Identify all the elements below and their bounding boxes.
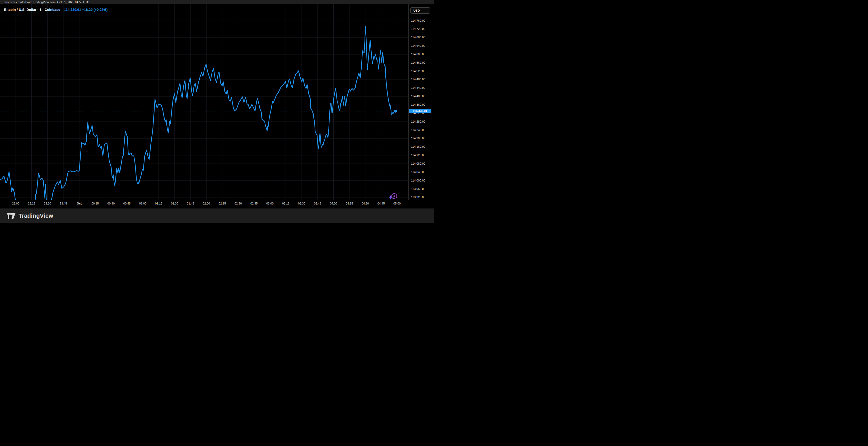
price-tick: 114,040.00 xyxy=(411,171,425,174)
time-tick: 23:45 xyxy=(60,202,67,205)
time-tick: 04:45 xyxy=(377,202,385,205)
time-tick: 23:15 xyxy=(28,202,35,205)
time-tick: 04:00 xyxy=(330,202,337,205)
price-tick: 114,120.00 xyxy=(411,153,425,157)
last-price-label: 114,330.01 xyxy=(409,109,431,113)
price-axis[interactable]: USD 114,760.00114,720.00114,680.00114,64… xyxy=(408,4,434,200)
tradingview-wordmark: TradingView xyxy=(19,212,53,219)
time-tick: 00:30 xyxy=(107,202,115,205)
price-tick: 114,440.00 xyxy=(411,86,425,89)
price-tick: 114,520.00 xyxy=(411,69,425,73)
price-tick: 114,680.00 xyxy=(411,36,425,39)
price-tick: 114,280.00 xyxy=(411,120,425,123)
symbol-title: Bitcoin / U.S. Dollar · 1 · Coinbase 114… xyxy=(4,7,107,12)
price-tick: 114,400.00 xyxy=(411,95,425,98)
price-tick: 114,560.00 xyxy=(411,61,425,64)
price-tick: 113,960.00 xyxy=(411,187,425,190)
time-tick: 23:00 xyxy=(12,202,20,205)
time-tick: 05:00 xyxy=(393,202,401,205)
time-tick: 04:30 xyxy=(362,202,369,205)
price-tick: 114,200.00 xyxy=(411,137,425,140)
price-tick: 114,360.00 xyxy=(411,103,425,106)
currency-button[interactable]: USD xyxy=(410,7,430,14)
price-tick: 114,080.00 xyxy=(411,162,425,165)
time-tick: 01:45 xyxy=(187,202,194,205)
price-tick: 114,240.00 xyxy=(411,128,425,131)
price-tick: 114,000.00 xyxy=(411,179,425,182)
time-tick: 02:15 xyxy=(219,202,226,205)
price-line-chart xyxy=(0,4,408,200)
footer-bar: TradingView xyxy=(0,208,434,223)
price-tick: 114,160.00 xyxy=(411,145,425,148)
tradingview-export-screenshot: owiebest created with TradingView.com, O… xyxy=(0,0,434,223)
tradingview-logo-icon xyxy=(7,212,16,219)
time-axis[interactable]: 23:0023:1523:3023:45Oct00:1500:3000:4501… xyxy=(0,200,434,209)
time-tick: 03:30 xyxy=(298,202,305,205)
symbol-quote: 114,330.01 +18.20 (+0.02%) xyxy=(64,8,108,11)
time-tick: 03:15 xyxy=(282,202,289,205)
time-tick: 23:30 xyxy=(44,202,51,205)
time-tick: 01:00 xyxy=(139,202,147,205)
price-tick: 114,480.00 xyxy=(411,78,425,81)
attribution-text: owiebest created with TradingView.com, O… xyxy=(0,1,89,4)
time-tick: 03:45 xyxy=(314,202,321,205)
time-tick: 02:45 xyxy=(250,202,258,205)
symbol-name: Bitcoin / U.S. Dollar · 1 · Coinbase xyxy=(4,8,60,11)
price-tick: 114,600.00 xyxy=(411,53,425,56)
price-tick: 113,920.00 xyxy=(411,196,425,199)
time-tick: 01:30 xyxy=(171,202,178,205)
time-tick: 00:15 xyxy=(91,202,99,205)
attribution-bar: owiebest created with TradingView.com, O… xyxy=(0,0,434,4)
price-tick: 114,760.00 xyxy=(411,19,425,22)
time-tick: Oct xyxy=(77,202,82,205)
price-tick: 114,640.00 xyxy=(411,44,425,47)
time-tick: 00:45 xyxy=(123,202,131,205)
time-tick: 01:15 xyxy=(155,202,162,205)
time-tick: 02:00 xyxy=(203,202,210,205)
time-tick: 04:15 xyxy=(346,202,353,205)
price-tick: 114,720.00 xyxy=(411,27,425,30)
chart-pane[interactable]: Bitcoin / U.S. Dollar · 1 · Coinbase 114… xyxy=(0,4,408,200)
time-tick: 03:00 xyxy=(266,202,274,205)
time-tick: 02:30 xyxy=(235,202,242,205)
